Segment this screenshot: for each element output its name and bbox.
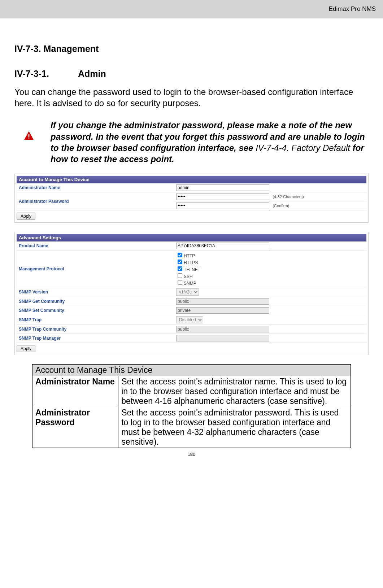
protocol-option: HTTP — [176, 252, 364, 258]
input-snmp-trap-manager[interactable] — [176, 335, 269, 341]
label-product-name: Product Name — [17, 241, 174, 251]
protocol-list: HTTPHTTPSTELNETSSHSNMP — [176, 252, 364, 286]
input-snmp-set[interactable] — [176, 307, 269, 314]
input-admin-password[interactable] — [176, 193, 269, 200]
intro-paragraph: You can change the password used to logi… — [14, 86, 369, 109]
svg-rect-0 — [29, 134, 30, 137]
desc-text: Set the access point's administrator nam… — [118, 376, 351, 407]
label-admin-password: Administrator Password — [17, 192, 174, 210]
protocol-option: TELNET — [176, 265, 364, 272]
hint-pw-confirm: (Confirm) — [273, 204, 289, 208]
heading-title: Admin — [78, 69, 106, 79]
select-snmp-version[interactable]: v1/v2c — [176, 288, 199, 296]
protocol-option: HTTPS — [176, 258, 364, 265]
warning-icon — [14, 119, 43, 142]
panel-account: Account to Manage This Device Administra… — [14, 174, 369, 223]
desc-term: Administrator Password — [32, 407, 118, 448]
protocol-checkbox[interactable] — [178, 266, 182, 271]
header-product: Edimax Pro NMS — [329, 5, 376, 13]
apply-button-account[interactable]: Apply — [17, 213, 35, 220]
input-snmp-trap-community[interactable] — [176, 326, 269, 332]
label-snmp-trap-community: SNMP Trap Community — [17, 325, 174, 334]
label-snmp-set: SNMP Set Community — [17, 306, 174, 315]
protocol-checkbox[interactable] — [178, 273, 182, 278]
input-admin-password-confirm[interactable] — [176, 202, 269, 209]
note-text: If you change the administrator password… — [43, 119, 369, 165]
label-snmp-trap-manager: SNMP Trap Manager — [17, 334, 174, 343]
description-table: Account to Manage This Device Administra… — [32, 364, 351, 448]
input-product-name[interactable] — [176, 243, 269, 249]
protocol-option: SSH — [176, 272, 364, 279]
label-snmp-get: SNMP Get Community — [17, 297, 174, 306]
heading-level-1: IV-7-3. Management — [14, 44, 369, 54]
panel-advanced: Advanced Settings Product Name Managemen… — [14, 232, 369, 355]
protocol-checkbox[interactable] — [178, 253, 182, 257]
select-snmp-trap[interactable]: Disabled — [176, 316, 203, 323]
protocol-checkbox[interactable] — [178, 260, 182, 264]
heading-number: IV-7-3-1. — [14, 69, 76, 79]
desc-term: Administrator Name — [32, 376, 118, 407]
panel-advanced-title: Advanced Settings — [17, 234, 366, 241]
protocol-option: SNMP — [176, 279, 364, 286]
note-reference: IV-7-4-4. Factory Default — [256, 143, 350, 153]
desc-section-header: Account to Manage This Device — [32, 365, 351, 376]
protocol-checkbox[interactable] — [178, 280, 182, 285]
desc-text: Set the access point's administrator pas… — [118, 407, 351, 448]
hint-pw-length: (4-32 Characters) — [273, 195, 304, 199]
label-snmp-trap: SNMP Trap — [17, 315, 174, 325]
label-admin-name: Administrator Name — [17, 183, 174, 192]
panel-account-title: Account to Manage This Device — [17, 176, 366, 183]
label-mgmt-protocol: Management Protocol — [17, 251, 174, 287]
input-admin-name[interactable] — [176, 184, 269, 191]
heading-level-2: IV-7-3-1. Admin — [14, 69, 369, 79]
input-snmp-get[interactable] — [176, 298, 269, 305]
apply-button-advanced[interactable]: Apply — [17, 345, 35, 352]
label-snmp-version: SNMP Version — [17, 287, 174, 297]
page-number: 180 — [0, 452, 383, 461]
svg-rect-1 — [29, 138, 30, 139]
